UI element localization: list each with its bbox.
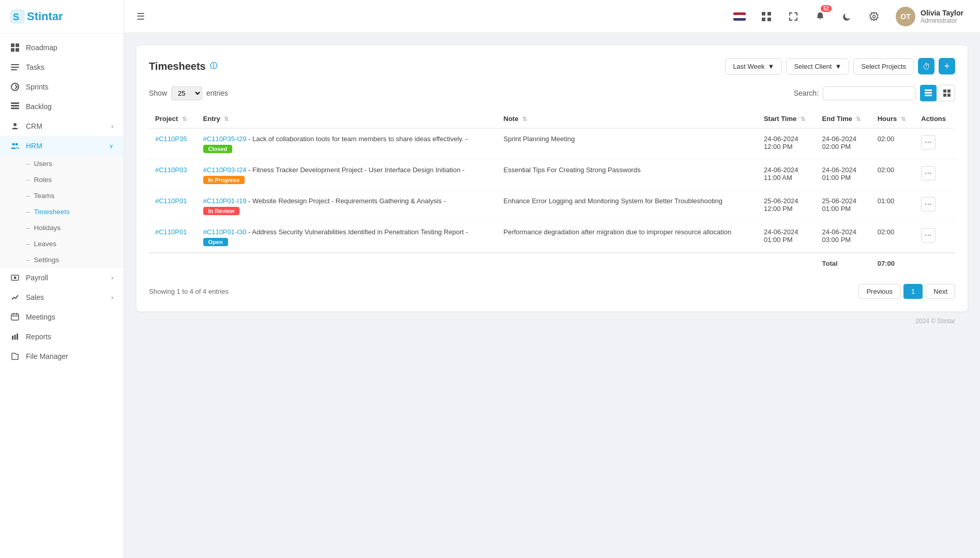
sidebar-item-sales[interactable]: Sales ›	[0, 288, 124, 307]
entry-link[interactable]: #C110P03-I24	[203, 166, 247, 174]
entry-desc: - Address Security Vulnerabilities Ident…	[248, 228, 468, 236]
user-profile[interactable]: OT Olivia Taylor Administrator	[892, 4, 968, 29]
status-badge: In Review	[203, 207, 240, 215]
svg-rect-36	[947, 94, 951, 97]
info-icon[interactable]: ⓘ	[210, 62, 217, 71]
search-input[interactable]	[823, 86, 916, 100]
row-action-button[interactable]: ⋯	[921, 197, 936, 212]
sidebar-item-teams[interactable]: Teams	[0, 188, 124, 204]
sidebar-item-leaves[interactable]: Leaves	[0, 236, 124, 252]
sidebar-item-sales-label: Sales	[26, 293, 105, 301]
project-link[interactable]: #C110P35	[155, 135, 187, 143]
col-project[interactable]: Project ⇅	[149, 110, 197, 128]
grid-view-button[interactable]	[939, 85, 955, 101]
previous-button[interactable]: Previous	[858, 284, 900, 299]
project-link[interactable]: #C110P01	[155, 228, 187, 236]
entries-select[interactable]: 25 10 50 100	[171, 86, 202, 100]
page-1-button[interactable]: 1	[903, 284, 923, 299]
entry-link[interactable]: #C110P01-I30	[203, 228, 247, 236]
note-cell: Performance degradation after migration …	[497, 222, 758, 253]
sidebar-item-roles-label: Roles	[34, 176, 52, 184]
theme-toggle-button[interactable]	[838, 7, 856, 26]
svg-point-15	[16, 143, 18, 146]
status-badge: In Progress	[203, 176, 245, 184]
hrm-submenu: Users Roles Teams Timesheets Holidays Le…	[0, 156, 124, 268]
sidebar-item-settings[interactable]: Settings	[0, 252, 124, 268]
sidebar-item-meetings[interactable]: Meetings	[0, 307, 124, 327]
sidebar-item-reports[interactable]: Reports	[0, 327, 124, 346]
project-link[interactable]: #C110P01	[155, 197, 187, 205]
svg-rect-31	[925, 92, 932, 94]
notifications-button[interactable]: 52	[811, 7, 830, 26]
sidebar-item-timesheets[interactable]: Timesheets	[0, 204, 124, 220]
flag-button[interactable]	[730, 7, 749, 26]
note-cell: Sprint Planning Meeting	[497, 128, 758, 160]
page-content: Timesheets ⓘ Last Week ▼ Select Client ▼…	[124, 33, 980, 558]
pagination-controls: Previous 1 Next	[858, 284, 955, 299]
gear-icon	[869, 12, 879, 21]
svg-rect-6	[11, 64, 19, 65]
last-week-button[interactable]: Last Week ▼	[725, 58, 782, 74]
clock-icon: ⏱	[923, 62, 930, 71]
sidebar-item-roles[interactable]: Roles	[0, 172, 124, 188]
logo-icon: S	[10, 9, 25, 24]
note-cell: Essential Tips For Creating Strong Passw…	[497, 160, 758, 191]
sidebar-item-hrm[interactable]: HRM ∨	[0, 136, 124, 156]
entry-cell: #C110P01-I30 - Address Security Vulnerab…	[197, 222, 497, 253]
col-start-time[interactable]: Start Time ⇅	[758, 110, 816, 128]
svg-rect-34	[947, 89, 951, 93]
sidebar-item-hrm-label: HRM	[26, 142, 103, 150]
select-client-button[interactable]: Select Client ▼	[786, 58, 849, 74]
select-projects-button[interactable]: Select Projects	[853, 58, 914, 74]
sidebar-item-sprints[interactable]: Sprints	[0, 77, 124, 97]
last-week-label: Last Week	[733, 63, 764, 70]
actions-cell: ⋯	[915, 128, 955, 160]
col-note[interactable]: Note ⇅	[497, 110, 758, 128]
end-time-cell: 24-06-202402:00 PM	[816, 128, 871, 160]
hours-cell: 02:00	[871, 222, 915, 253]
col-hours[interactable]: Hours ⇅	[871, 110, 915, 128]
sidebar-item-payroll[interactable]: Payroll ›	[0, 268, 124, 288]
sidebar-item-tasks[interactable]: Tasks	[0, 57, 124, 77]
col-entry[interactable]: Entry ⇅	[197, 110, 497, 128]
col-end-time[interactable]: End Time ⇅	[816, 110, 871, 128]
next-button[interactable]: Next	[926, 284, 955, 299]
sidebar-item-meetings-label: Meetings	[26, 313, 113, 321]
sidebar-item-holidays[interactable]: Holidays	[0, 220, 124, 236]
sidebar-item-file-manager[interactable]: File Manager	[0, 346, 124, 366]
row-action-button[interactable]: ⋯	[921, 135, 936, 149]
entry-link[interactable]: #C110P35-I29	[203, 135, 247, 143]
svg-rect-8	[11, 69, 17, 70]
meetings-icon	[10, 312, 20, 322]
roadmap-icon	[10, 43, 20, 52]
entry-link[interactable]: #C110P01-I19	[203, 197, 247, 205]
row-action-button[interactable]: ⋯	[921, 166, 936, 180]
grid-expand-button[interactable]	[784, 7, 803, 26]
table-controls: Show 25 10 50 100 entries Search:	[149, 85, 955, 101]
apps-button[interactable]	[757, 7, 776, 26]
crm-chevron-icon: ›	[111, 123, 113, 129]
svg-point-17	[14, 277, 17, 279]
show-label: Show	[149, 89, 167, 97]
sidebar-item-roadmap[interactable]: Roadmap	[0, 38, 124, 57]
svg-rect-5	[16, 48, 19, 52]
clock-button[interactable]: ⏱	[918, 58, 934, 74]
sidebar-item-crm[interactable]: CRM ›	[0, 116, 124, 136]
svg-rect-33	[943, 89, 946, 93]
settings-button[interactable]	[865, 7, 883, 26]
backlog-icon	[10, 102, 20, 111]
hrm-icon	[10, 141, 20, 150]
project-link[interactable]: #C110P03	[155, 166, 187, 174]
menu-toggle-button[interactable]: ☰	[137, 11, 145, 22]
sidebar-item-users-label: Users	[34, 160, 52, 168]
sidebar-item-roadmap-label: Roadmap	[26, 43, 113, 52]
sidebar-item-holidays-label: Holidays	[34, 224, 61, 232]
row-action-button[interactable]: ⋯	[921, 228, 936, 243]
tasks-icon	[10, 63, 20, 72]
payroll-chevron-icon: ›	[111, 275, 113, 281]
add-timesheet-button[interactable]: +	[939, 58, 955, 74]
sidebar-item-users[interactable]: Users	[0, 156, 124, 172]
sidebar-item-backlog[interactable]: Backlog	[0, 97, 124, 116]
start-time-cell: 24-06-202411:00 AM	[758, 160, 816, 191]
table-view-button[interactable]	[920, 85, 937, 101]
